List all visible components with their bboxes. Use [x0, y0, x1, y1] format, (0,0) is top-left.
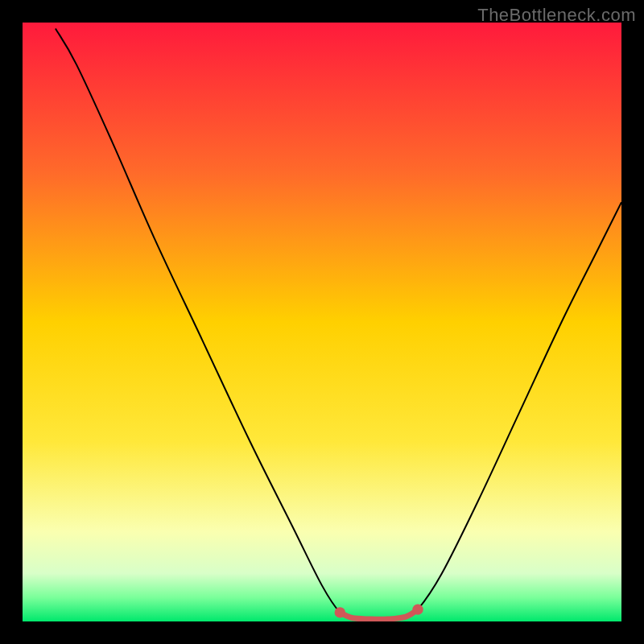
bottleneck-chart: [23, 23, 621, 621]
optimal-zone-endpoint: [412, 604, 423, 614]
optimal-zone-endpoint: [335, 607, 345, 617]
watermark-text: TheBottleneck.com: [477, 5, 636, 26]
chart-background: [23, 23, 621, 621]
